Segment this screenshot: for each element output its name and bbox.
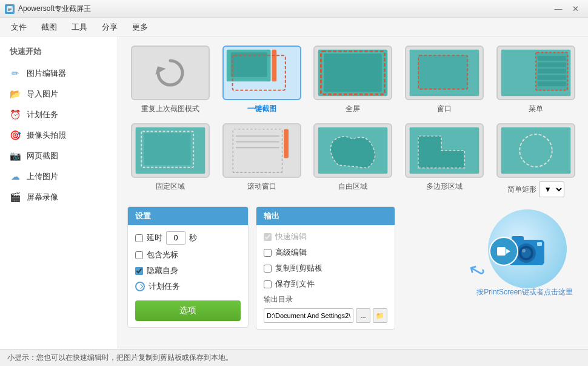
- sidebar-label-editor: 图片编辑器: [27, 68, 66, 79]
- titlebar-controls: — ✕: [550, 3, 583, 15]
- capture-label-menu: 菜单: [529, 104, 543, 114]
- capture-label-scroll: 滚动窗口: [247, 181, 276, 192]
- save-file-checkbox[interactable]: [264, 280, 272, 288]
- sidebar-label-upload: 上传图片: [27, 171, 58, 182]
- menu-more[interactable]: 更多: [126, 19, 154, 35]
- capture-thumb-oneclick: [222, 46, 301, 100]
- cursor-checkbox[interactable]: [135, 251, 143, 259]
- simplerect-label-row: 简单矩形 ▼: [507, 181, 564, 197]
- capture-label-fullscreen: 全屏: [346, 104, 360, 114]
- options-button[interactable]: 选项: [135, 300, 241, 321]
- sidebar-item-task[interactable]: ⏰ 计划任务: [0, 104, 118, 125]
- capture-label-polygon: 多边形区域: [426, 181, 463, 192]
- svg-rect-7: [272, 50, 276, 82]
- capture-grid-row1: 重复上次截图模式 一键截图: [127, 46, 579, 114]
- sidebar-item-camera[interactable]: 🎯 摄像头拍照: [0, 125, 118, 146]
- svg-rect-2: [8, 9, 12, 10]
- panels-row: 设置 延时 秒 包含光标 隐藏自身: [127, 206, 579, 330]
- capture-grid-row2: 固定区域 滚动窗口: [127, 123, 579, 197]
- svg-rect-13: [418, 55, 467, 89]
- edit-icon: ✏: [10, 68, 21, 79]
- sidebar-title: 快速开始: [0, 42, 118, 63]
- settings-panel-body: 延时 秒 包含光标 隐藏自身: [128, 225, 248, 327]
- capture-thumb-scroll: [222, 123, 301, 178]
- svg-rect-21: [538, 81, 566, 86]
- cursor-row: 包含光标: [135, 249, 241, 260]
- svg-rect-1: [8, 8, 12, 8]
- capture-label-repeat: 重复上次截图模式: [141, 104, 199, 114]
- capture-thumb-menu: [496, 46, 575, 100]
- capture-item-menu[interactable]: 菜单: [492, 46, 579, 114]
- capture-item-free[interactable]: 自由区域: [310, 123, 396, 197]
- delay-checkbox[interactable]: [135, 234, 143, 242]
- close-button[interactable]: ✕: [567, 3, 583, 15]
- output-panel: 输出 快速编辑 高级编辑 复制到剪贴板: [256, 206, 395, 330]
- minimize-button[interactable]: —: [550, 3, 566, 15]
- sidebar-item-webpage[interactable]: 📷 网页截图: [0, 146, 118, 166]
- sidebar-label-camera: 摄像头拍照: [27, 130, 66, 141]
- menu-share[interactable]: 分享: [96, 19, 124, 35]
- menubar: 文件 截图 工具 分享 更多: [0, 18, 588, 36]
- quick-edit-checkbox[interactable]: [264, 233, 272, 241]
- capture-label-free: 自由区域: [338, 181, 367, 192]
- copy-clipboard-row: 复制到剪贴板: [264, 263, 387, 274]
- capture-item-window[interactable]: 窗口: [401, 46, 488, 114]
- hide-checkbox[interactable]: [135, 267, 143, 275]
- save-file-label: 保存到文件: [275, 279, 315, 290]
- path-row: ... 📁: [264, 308, 387, 323]
- delay-label: 延时: [147, 232, 162, 243]
- sidebar-label-import: 导入图片: [27, 89, 58, 100]
- menu-screenshot[interactable]: 截图: [35, 19, 63, 35]
- svg-rect-27: [284, 129, 289, 158]
- path-input[interactable]: [264, 308, 353, 323]
- titlebar-left: Apowersoft专业截屏王: [5, 4, 91, 14]
- promo-hint-text: 按PrintScreen键或者点击这里: [476, 287, 573, 297]
- capture-item-oneclick[interactable]: 一键截图: [219, 46, 306, 114]
- sidebar-item-upload[interactable]: ☁ 上传图片: [0, 166, 118, 187]
- statusbar: 小提示：您也可以在快速编辑时，把图片复制到剪贴板或保存到本地。: [0, 349, 588, 366]
- clock-icon: ⏰: [10, 109, 21, 120]
- svg-rect-20: [538, 75, 566, 80]
- quick-edit-label: 快速编辑: [275, 231, 307, 242]
- path-browse-button[interactable]: ...: [356, 308, 370, 323]
- shape-select[interactable]: ▼: [539, 181, 564, 197]
- advanced-edit-row: 高级编辑: [264, 247, 387, 258]
- titlebar: Apowersoft专业截屏王 — ✕: [0, 0, 588, 18]
- settings-panel-header: 设置: [128, 207, 248, 225]
- advanced-edit-checkbox[interactable]: [264, 249, 272, 257]
- sidebar-item-editor[interactable]: ✏ 图片编辑器: [0, 63, 118, 84]
- capture-item-fullscreen[interactable]: 全屏: [310, 46, 396, 114]
- sidebar-item-screen[interactable]: 🎬 屏幕录像: [0, 187, 118, 208]
- capture-item-fixed[interactable]: 固定区域: [127, 123, 214, 197]
- app-icon: [5, 4, 15, 14]
- sidebar-label-webpage: 网页截图: [27, 151, 58, 161]
- path-folder-button[interactable]: 📁: [373, 308, 387, 323]
- delay-input[interactable]: [166, 231, 185, 245]
- capture-label-oneclick: 一键截图: [247, 104, 276, 114]
- sidebar-item-import[interactable]: 📂 导入图片: [0, 84, 118, 104]
- upload-icon: ☁: [10, 171, 21, 182]
- capture-item-simplerect[interactable]: 简单矩形 ▼: [492, 123, 579, 197]
- main-container: 快速开始 ✏ 图片编辑器 📂 导入图片 ⏰ 计划任务 🎯 摄像头拍照 📷 网页截…: [0, 36, 588, 349]
- copy-clipboard-checkbox[interactable]: [264, 265, 272, 273]
- menu-file[interactable]: 文件: [5, 19, 33, 35]
- webpage-icon: 📷: [10, 151, 21, 161]
- capture-label-fixed: 固定区域: [156, 181, 185, 192]
- menu-tools[interactable]: 工具: [65, 19, 93, 35]
- quick-edit-row: 快速编辑: [264, 231, 387, 242]
- capture-thumb-free: [313, 123, 392, 178]
- sidebar-label-task: 计划任务: [27, 109, 58, 120]
- cursor-label: 包含光标: [147, 249, 178, 260]
- output-panel-header: 输出: [256, 207, 395, 225]
- thumb-inner-repeat: [132, 47, 209, 99]
- capture-item-repeat[interactable]: 重复上次截图模式: [127, 46, 214, 114]
- svg-point-40: [522, 249, 526, 252]
- capture-item-scroll[interactable]: 滚动窗口: [219, 123, 306, 197]
- delay-unit: 秒: [189, 232, 197, 243]
- capture-item-polygon[interactable]: 多边形区域: [401, 123, 488, 197]
- svg-rect-18: [538, 63, 566, 67]
- app-title: Apowersoft专业截屏王: [18, 4, 91, 14]
- svg-rect-10: [324, 53, 383, 92]
- capture-label-window: 窗口: [437, 104, 452, 114]
- hide-row: 隐藏自身: [135, 265, 241, 276]
